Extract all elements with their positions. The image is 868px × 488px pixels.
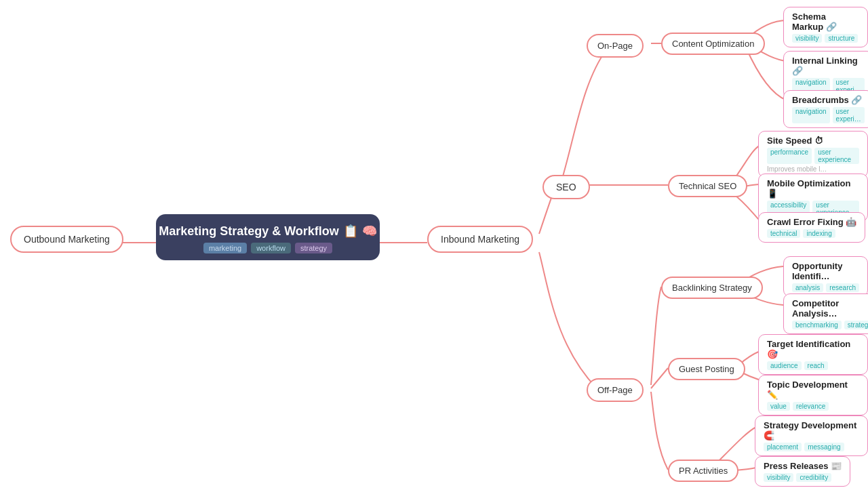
ca-tag-2: strategy [844, 321, 868, 329]
bc-tag-2: user experi… [833, 107, 865, 123]
oi-tag-2: research [826, 283, 859, 292]
onpage-node[interactable]: On-Page [587, 34, 644, 58]
crawl-error-tags: technical indexing [767, 229, 856, 238]
outbound-node[interactable]: Outbound Marketing [10, 226, 123, 253]
crawl-error-leaf[interactable]: Crawl Error Fixing 🤖 technical indexing [758, 212, 865, 243]
strategy-dev-title: Strategy Development 🧲 [764, 420, 859, 441]
oi-tag-1: analysis [792, 283, 823, 292]
ce-tag-2: indexing [803, 229, 835, 238]
target-id-leaf[interactable]: Target Identification 🎯 audience reach [758, 334, 868, 375]
backlinking-node[interactable]: Backlinking Strategy [661, 277, 763, 299]
sd-tag-1: placement [764, 443, 802, 451]
schema-tag-1: visibility [792, 34, 822, 43]
technical-seo-node[interactable]: Technical SEO [668, 175, 747, 197]
pr-tag-2: credibility [796, 473, 831, 482]
press-releases-tags: visibility credibility [764, 473, 842, 482]
pr-activities-label: PR Activities [679, 466, 728, 476]
backlinking-label: Backlinking Strategy [672, 283, 752, 293]
technical-seo-label: Technical SEO [679, 181, 736, 191]
ca-tag-1: benchmarking [792, 321, 842, 329]
ti-tag-2: reach [804, 361, 828, 370]
seo-label: SEO [556, 182, 576, 192]
target-id-tags: audience reach [767, 361, 859, 370]
content-opt-label: Content Optimization [672, 39, 754, 49]
inbound-label: Inbound Marketing [441, 234, 519, 245]
site-speed-title: Site Speed ⏱ [767, 136, 859, 146]
pr-tag-1: visibility [764, 473, 793, 482]
outbound-label: Outbound Marketing [24, 234, 110, 245]
central-emoji2: 🧠 [362, 224, 377, 239]
guest-posting-label: Guest Posting [679, 364, 734, 374]
td-tag-1: value [767, 402, 790, 411]
tag-workflow: workflow [251, 243, 291, 253]
ss-tag-2: user experience [814, 148, 859, 164]
competitor-analysis-leaf[interactable]: Competitor Analysis… benchmarking strate… [783, 293, 868, 334]
schema-markup-tags: visibility structure [792, 34, 859, 43]
press-releases-title: Press Releases 📰 [764, 461, 842, 471]
pr-activities-node[interactable]: PR Activities [668, 460, 738, 482]
bc-tag-1: navigation [792, 107, 830, 123]
central-node[interactable]: Marketing Strategy & Workflow 📋 🧠 market… [156, 214, 380, 260]
ss-tag-1: performance [767, 148, 812, 164]
td-tag-2: relevance [793, 402, 829, 411]
content-opt-node[interactable]: Content Optimization [661, 33, 765, 55]
schema-markup-title: Schema Markup 🔗 [792, 12, 859, 32]
opportunity-id-tags: analysis research [792, 283, 859, 292]
site-speed-note: Improves mobile l… [767, 165, 859, 173]
press-releases-leaf[interactable]: Press Releases 📰 visibility credibility [755, 456, 850, 487]
guest-posting-node[interactable]: Guest Posting [668, 358, 745, 380]
schema-tag-2: structure [825, 34, 858, 43]
competitor-analysis-tags: benchmarking strategy [792, 321, 868, 329]
central-emoji1: 📋 [343, 224, 358, 239]
onpage-label: On-Page [597, 41, 633, 51]
schema-markup-leaf[interactable]: Schema Markup 🔗 visibility structure [783, 7, 868, 47]
competitor-analysis-title: Competitor Analysis… [792, 298, 868, 319]
sd-tag-2: messaging [804, 443, 844, 451]
strategy-dev-tags: placement messaging [764, 443, 859, 451]
internal-linking-title: Internal Linking 🔗 [792, 56, 865, 76]
central-label: Marketing Strategy & Workflow [159, 224, 339, 239]
mobile-opt-title: Mobile Optimization 📱 [767, 178, 859, 199]
opportunity-id-title: Opportunity Identifi… [792, 261, 859, 281]
ti-tag-1: audience [767, 361, 802, 370]
seo-node[interactable]: SEO [542, 175, 590, 199]
tag-marketing: marketing [203, 243, 247, 253]
topic-dev-tags: value relevance [767, 402, 859, 411]
site-speed-leaf[interactable]: Site Speed ⏱ performance user experience… [758, 131, 868, 178]
central-title: Marketing Strategy & Workflow 📋 🧠 [159, 224, 377, 239]
strategy-dev-leaf[interactable]: Strategy Development 🧲 placement messagi… [755, 415, 868, 456]
inbound-node[interactable]: Inbound Marketing [427, 226, 533, 253]
opportunity-id-leaf[interactable]: Opportunity Identifi… analysis research [783, 256, 868, 297]
central-tags: marketing workflow strategy [203, 243, 332, 253]
offpage-node[interactable]: Off-Page [587, 378, 644, 402]
site-speed-tags: performance user experience [767, 148, 859, 164]
breadcrumbs-title: Breadcrumbs 🔗 [792, 95, 865, 105]
breadcrumbs-leaf[interactable]: Breadcrumbs 🔗 navigation user experi… [783, 90, 868, 128]
topic-dev-leaf[interactable]: Topic Development ✏️ value relevance [758, 375, 868, 415]
target-id-title: Target Identification 🎯 [767, 339, 859, 359]
ce-tag-1: technical [767, 229, 800, 238]
crawl-error-title: Crawl Error Fixing 🤖 [767, 217, 856, 227]
offpage-label: Off-Page [597, 385, 633, 395]
topic-dev-title: Topic Development ✏️ [767, 380, 859, 400]
breadcrumbs-tags: navigation user experi… [792, 107, 865, 123]
tag-strategy: strategy [295, 243, 332, 253]
